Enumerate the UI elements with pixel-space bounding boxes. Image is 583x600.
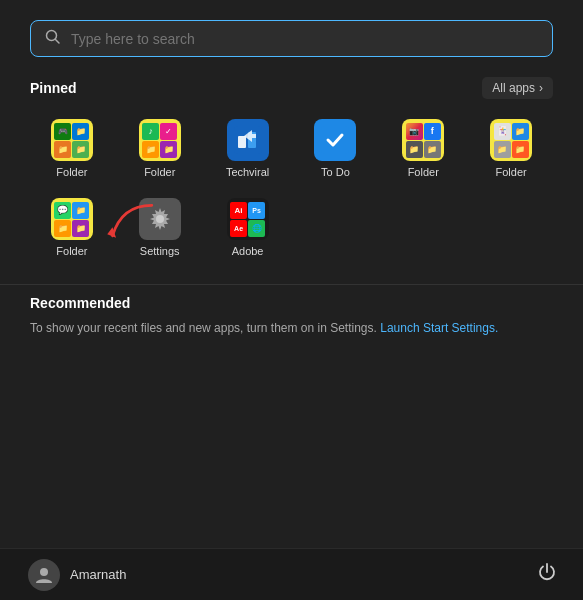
app-folder-xbox[interactable]: 🎮 📁 📁 📁 Folder xyxy=(30,113,114,184)
spacer xyxy=(0,352,583,549)
app-folder-spotify[interactable]: ♪ ✓ 📁 📁 Folder xyxy=(118,113,202,184)
start-menu: Pinned All apps › 🎮 📁 📁 📁 Folder xyxy=(0,0,583,600)
svg-rect-6 xyxy=(321,126,349,154)
recommended-title: Recommended xyxy=(30,295,553,311)
app-adobe[interactable]: Ai Ps Ae 🌐 Adobe xyxy=(206,192,290,263)
recommended-section: Recommended To show your recent files an… xyxy=(0,284,583,352)
app-label-settings: Settings xyxy=(140,245,180,257)
app-folder-chat[interactable]: 💬 📁 📁 📁 Folder xyxy=(30,192,114,263)
launch-settings-link[interactable]: Launch Start Settings. xyxy=(380,321,498,335)
app-settings[interactable]: Settings xyxy=(118,192,202,263)
search-icon xyxy=(45,29,61,48)
chevron-right-icon: › xyxy=(539,81,543,95)
app-label-folder1: Folder xyxy=(56,166,87,178)
app-todo[interactable]: To Do xyxy=(294,113,378,184)
app-folder-insta[interactable]: 📷 f 📁 📁 Folder xyxy=(381,113,465,184)
power-icon xyxy=(537,562,557,582)
app-label-folder5: Folder xyxy=(408,166,439,178)
app-label-todo: To Do xyxy=(321,166,350,178)
app-folder-card[interactable]: 🃏 📁 📁 📁 Folder xyxy=(469,113,553,184)
pinned-title: Pinned xyxy=(30,80,77,96)
search-input[interactable] xyxy=(71,31,538,47)
search-bar[interactable] xyxy=(30,20,553,57)
app-label-folder6: Folder xyxy=(495,166,526,178)
pinned-header: Pinned All apps › xyxy=(30,77,553,99)
taskbar: Amarnath xyxy=(0,548,583,600)
power-button[interactable] xyxy=(531,556,563,593)
username: Amarnath xyxy=(70,567,126,582)
pinned-section: Pinned All apps › 🎮 📁 📁 📁 Folder xyxy=(0,72,583,284)
app-label-folder2: Folder xyxy=(144,166,175,178)
app-label-techviral: Techviral xyxy=(226,166,269,178)
recommended-description: To show your recent files and new apps, … xyxy=(30,319,553,337)
all-apps-button[interactable]: All apps › xyxy=(482,77,553,99)
svg-point-9 xyxy=(40,568,48,576)
app-label-adobe: Adobe xyxy=(232,245,264,257)
app-techviral[interactable]: Techviral xyxy=(206,113,290,184)
search-bar-container xyxy=(0,0,583,72)
user-profile[interactable]: Amarnath xyxy=(20,555,134,595)
svg-line-1 xyxy=(56,40,60,44)
apps-grid: 🎮 📁 📁 📁 Folder ♪ ✓ 📁 📁 xyxy=(30,113,553,263)
app-label-folder7: Folder xyxy=(56,245,87,257)
avatar xyxy=(28,559,60,591)
svg-rect-3 xyxy=(238,136,246,148)
